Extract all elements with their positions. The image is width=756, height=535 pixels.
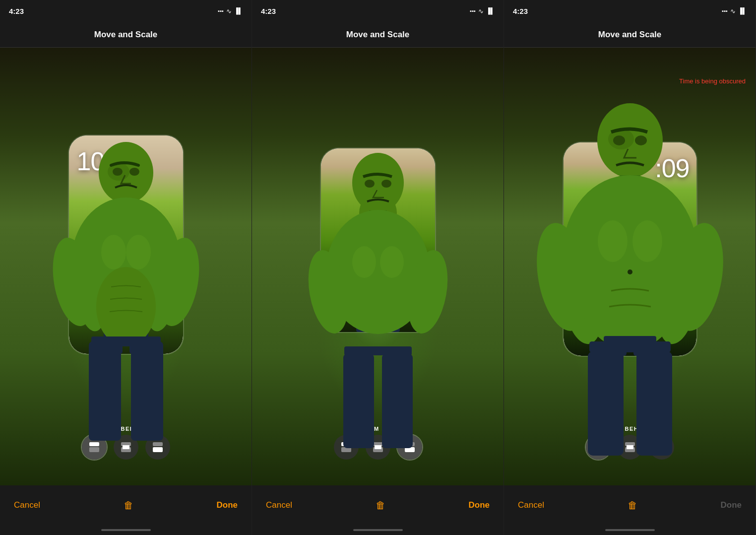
svg-point-42 (380, 246, 404, 278)
nav-title-1: Move and Scale (94, 30, 158, 40)
svg-point-8 (101, 235, 126, 269)
svg-rect-44 (343, 354, 374, 448)
cancel-button-2[interactable]: Cancel (266, 500, 292, 510)
status-time-3: 4:23 (513, 7, 528, 15)
svg-rect-13 (131, 341, 163, 441)
content-area-1: 10:09 TOP BEHIND (0, 48, 252, 485)
status-icons-1: ▪▪▪ ∿ ▐▌ (218, 7, 243, 15)
nav-title-3: Move and Scale (598, 30, 662, 40)
hulk-bg-2 (304, 113, 452, 451)
svg-point-2 (113, 168, 123, 176)
phone-panel-1: 4:23 ▪▪▪ ∿ ▐▌ Move and Scale (0, 0, 252, 535)
status-time-2: 4:23 (261, 7, 276, 15)
status-time-1: 4:23 (9, 7, 24, 15)
home-indicator-1 (0, 525, 252, 535)
home-bar-2 (353, 529, 403, 531)
action-bar-1: Cancel 🗑 Done (0, 485, 252, 525)
status-bar-2: 4:23 ▪▪▪ ∿ ▐▌ (252, 0, 504, 22)
svg-point-10 (96, 267, 156, 346)
home-bar-3 (605, 529, 655, 531)
delete-button-1[interactable]: 🗑 (124, 500, 133, 511)
done-button-3: Done (720, 500, 742, 510)
svg-rect-12 (89, 341, 121, 441)
phone-panel-2: 4:23 ▪▪▪ ∿ ▐▌ Move and Scale (252, 0, 504, 535)
svg-rect-45 (382, 354, 413, 448)
action-bar-2: Cancel 🗑 Done (252, 485, 504, 525)
svg-rect-28 (89, 447, 99, 452)
battery-icon-2: ▐▌ (486, 7, 495, 14)
svg-point-71 (598, 220, 628, 262)
svg-rect-74 (589, 341, 671, 352)
hulk-bg-3 (536, 59, 724, 456)
svg-point-73 (628, 269, 632, 274)
svg-point-66 (635, 135, 647, 145)
nav-title-2: Move and Scale (346, 30, 410, 40)
svg-rect-76 (636, 351, 672, 456)
status-icons-2: ▪▪▪ ∿ ▐▌ (470, 7, 495, 15)
nav-bar-3: Move and Scale (504, 22, 756, 48)
svg-point-65 (613, 135, 625, 145)
content-area-3: Time is being obscured (504, 48, 756, 485)
svg-point-36 (381, 180, 391, 188)
svg-point-9 (126, 235, 151, 269)
status-bar-1: 4:23 ▪▪▪ ∿ ▐▌ (0, 0, 252, 22)
delete-button-3[interactable]: 🗑 (628, 500, 637, 511)
wifi-icon-1: ∿ (226, 7, 232, 15)
hulk-bg-1 (47, 98, 205, 446)
svg-rect-33 (153, 447, 163, 452)
action-bar-3: Cancel 🗑 Done (504, 485, 756, 525)
content-area-2: 10:09 BOTTOM FRONT (252, 48, 504, 485)
done-button-1[interactable]: Done (216, 500, 238, 510)
svg-rect-31 (123, 445, 129, 449)
delete-button-2[interactable]: 🗑 (376, 500, 385, 511)
svg-point-72 (632, 220, 662, 262)
svg-point-34 (352, 153, 404, 212)
signal-icon-1: ▪▪▪ (218, 8, 224, 14)
svg-point-41 (352, 246, 376, 278)
cancel-button-1[interactable]: Cancel (14, 500, 40, 510)
nav-bar-1: Move and Scale (0, 22, 252, 48)
svg-point-3 (129, 168, 139, 176)
svg-rect-75 (588, 351, 624, 456)
signal-icon-3: ▪▪▪ (722, 8, 728, 14)
home-indicator-2 (252, 525, 504, 535)
phone-panel-3: 4:23 ▪▪▪ ∿ ▐▌ Move and Scale (504, 0, 756, 535)
done-button-2[interactable]: Done (468, 500, 490, 510)
battery-icon-3: ▐▌ (738, 7, 747, 14)
svg-point-35 (365, 180, 375, 188)
home-indicator-3 (504, 525, 756, 535)
battery-icon-1: ▐▌ (234, 7, 243, 14)
wifi-icon-2: ∿ (478, 7, 484, 15)
wifi-icon-3: ∿ (730, 7, 736, 15)
status-icons-3: ▪▪▪ ∿ ▐▌ (722, 7, 747, 15)
signal-icon-2: ▪▪▪ (470, 8, 476, 14)
home-bar-1 (101, 529, 151, 531)
nav-bar-2: Move and Scale (252, 22, 504, 48)
status-bar-3: 4:23 ▪▪▪ ∿ ▐▌ (504, 0, 756, 22)
cancel-button-3[interactable]: Cancel (518, 500, 544, 510)
